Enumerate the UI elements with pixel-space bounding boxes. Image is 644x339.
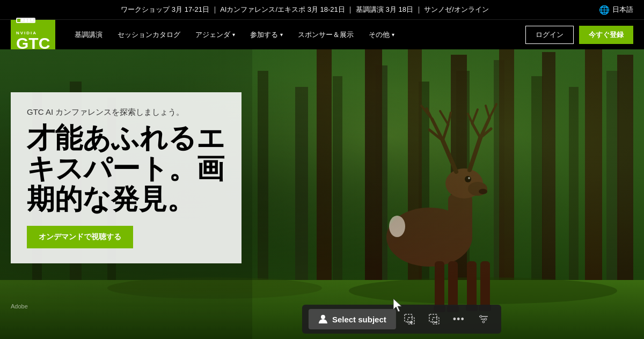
nav-sessions-label: セッションカタログ: [118, 30, 180, 40]
cursor-arrow-icon: [393, 299, 406, 315]
svg-rect-1: [17, 19, 20, 22]
nvidia-icon: [16, 18, 38, 30]
announcement-bar: ワークショップ 3月 17-21日 ｜ AIカンファレンス/エキスポ 3月 18…: [0, 0, 644, 19]
svg-point-77: [485, 318, 487, 320]
svg-rect-71: [433, 318, 439, 324]
nav-actions: ログイン 今すぐ登録: [525, 26, 633, 44]
hero-title: 才能あふれるエキスパート。画期的な発見。: [27, 123, 225, 215]
nav-other-label: その他: [369, 30, 390, 40]
nav-keynote[interactable]: 基調講演: [68, 26, 109, 44]
nav-attend-label: 参加する: [250, 30, 278, 40]
hero-section: GTC AI カンファレンスを探索しましょう。 才能あふれるエキスパート。画期的…: [0, 49, 644, 339]
svg-rect-3: [25, 19, 27, 22]
register-button[interactable]: 今すぐ登録: [579, 26, 633, 44]
nav-links: 基調講演 セッションカタログ アジェンダ ▾ 参加する ▾ スポンサー＆展示 そ…: [68, 26, 525, 44]
agenda-chevron-icon: ▾: [232, 32, 235, 38]
cta-button[interactable]: オンデマンドで視聴する: [27, 226, 133, 248]
more-options-button[interactable]: •••: [448, 309, 470, 329]
nav-keynote-label: 基調講演: [75, 30, 103, 40]
hero-text-box: GTC AI カンファレンスを探索しましょう。 才能あふれるエキスパート。画期的…: [11, 92, 241, 263]
svg-rect-4: [28, 19, 30, 22]
svg-marker-79: [393, 299, 401, 312]
nav-sessions[interactable]: セッションカタログ: [111, 26, 187, 44]
nav-agenda-label: アジェンダ: [195, 30, 230, 40]
nvidia-logo: NVIDIA GTC: [16, 18, 50, 51]
svg-rect-2: [21, 19, 24, 21]
announcement-content: ワークショップ 3月 17-21日 ｜ AIカンファレンス/エキスポ 3月 18…: [121, 5, 489, 13]
language-selector[interactable]: 🌐 日本語: [599, 5, 633, 15]
svg-point-76: [480, 315, 482, 318]
globe-icon: 🌐: [599, 5, 610, 15]
svg-point-78: [482, 321, 485, 323]
filter-icon: [478, 313, 489, 325]
logo[interactable]: NVIDIA GTC: [11, 20, 55, 50]
select-subject-label: Select subject: [332, 315, 386, 324]
subtract-selection-button[interactable]: [423, 309, 445, 329]
hero-subtitle: GTC AI カンファレンスを探索しましょう。: [27, 107, 225, 117]
main-navbar: NVIDIA GTC 基調講演 セッションカタログ アジェンダ ▾ 参加する ▾…: [0, 19, 644, 49]
announcement-text: ワークショップ 3月 17-21日 ｜ AIカンファレンス/エキスポ 3月 18…: [11, 5, 599, 14]
nav-agenda[interactable]: アジェンダ ▾: [189, 26, 241, 44]
person-icon: [318, 314, 328, 324]
other-chevron-icon: ▾: [392, 32, 394, 38]
nav-sponsor-label: スポンサー＆展示: [298, 30, 354, 40]
subtract-selection-icon: [428, 313, 440, 325]
nav-other[interactable]: その他 ▾: [362, 26, 401, 44]
adobe-watermark: Adobe: [11, 303, 28, 309]
svg-rect-5: [31, 19, 33, 21]
svg-point-65: [321, 315, 325, 319]
svg-rect-70: [429, 314, 437, 322]
attend-chevron-icon: ▾: [280, 32, 283, 38]
nav-sponsor[interactable]: スポンサー＆展示: [291, 26, 360, 44]
mouse-cursor: [393, 299, 406, 319]
login-button[interactable]: ログイン: [525, 26, 574, 44]
select-subject-button[interactable]: Select subject: [309, 309, 396, 329]
nav-attend[interactable]: 参加する ▾: [244, 26, 289, 44]
more-icon: •••: [453, 314, 465, 325]
language-label: 日本語: [612, 5, 633, 14]
filter-button[interactable]: [472, 309, 495, 329]
